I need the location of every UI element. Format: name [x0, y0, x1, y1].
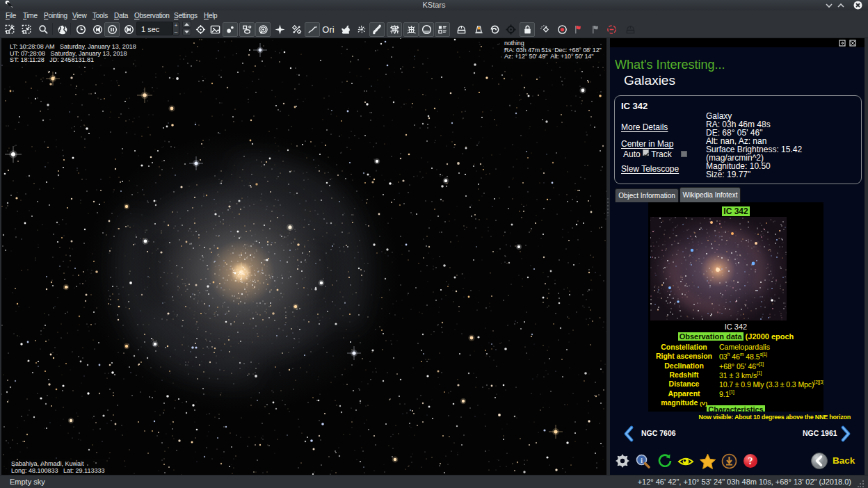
svg-text:?: ?: [748, 456, 753, 466]
svg-text:i: i: [641, 456, 643, 464]
